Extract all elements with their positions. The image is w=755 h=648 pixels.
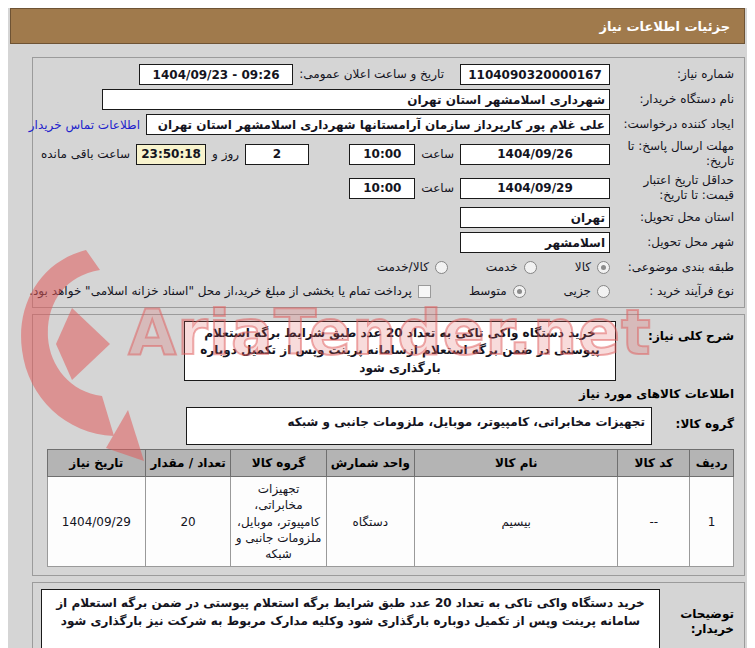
announce-datetime-field[interactable]: 1404/09/23 - 09:26 bbox=[139, 64, 293, 85]
countdown-label: ساعت باقی مانده bbox=[41, 147, 130, 162]
radio-goods-service-label: کالا/خدمت bbox=[377, 260, 429, 275]
radio-goods[interactable] bbox=[597, 261, 610, 274]
buyer-org-field[interactable]: شهرداری اسلامشهر استان تهران bbox=[102, 89, 610, 110]
cell-need-date: 1404/09/29 bbox=[48, 477, 146, 567]
goods-table: ردیف کد کالا نام کالا واحد شمارش گروه کا… bbox=[47, 449, 734, 567]
radio-partial-label: جزیی bbox=[564, 284, 591, 299]
buyer-org-label: نام دستگاه خریدار: bbox=[616, 92, 734, 107]
radio-service-label: خدمت bbox=[486, 260, 518, 275]
days-remaining-label: روز و bbox=[212, 147, 239, 162]
radio-partial[interactable] bbox=[597, 285, 610, 298]
buyer-notes-label: توضیحات خریدار: bbox=[666, 607, 734, 638]
radio-medium[interactable] bbox=[513, 285, 526, 298]
cell-group: تجهیزات مخابراتی، کامپیوتر، موبایل، ملزو… bbox=[231, 477, 326, 567]
cell-row: 1 bbox=[690, 477, 734, 567]
buyer-notes-textarea[interactable]: خرید دستگاه واکی تاکی به تعداد 20 عدد طب… bbox=[41, 589, 660, 648]
need-info-groupbox: شماره نیاز: 1104090320000167 تاریخ و ساع… bbox=[32, 57, 745, 308]
response-deadline-date-field[interactable]: 1404/09/26 bbox=[460, 144, 610, 165]
row-response-deadline: مهلت ارسال پاسخ: تا تاریخ: 1404/09/26 سا… bbox=[41, 139, 734, 169]
buyer-notes-groupbox: توضیحات خریدار: خرید دستگاه واکی تاکی به… bbox=[32, 582, 745, 648]
response-deadline-hour-label: ساعت bbox=[421, 147, 454, 162]
radio-goods-label: کالا bbox=[575, 260, 591, 275]
subject-class-label: طبقه بندی موضوعی: bbox=[616, 260, 734, 275]
page-title: جزئیات اطلاعات نیاز bbox=[10, 8, 745, 44]
col-group[interactable]: گروه کالا bbox=[231, 450, 326, 477]
price-validity-hour-label: ساعت bbox=[421, 181, 454, 196]
need-number-field[interactable]: 1104090320000167 bbox=[460, 64, 610, 85]
row-process-type: نوع فرآیند خرید : جزیی متوسط پرداخت تمام… bbox=[41, 281, 734, 301]
row-goods-group: گروه کالا: تجهیزات مخابراتی، کامپیوتر، م… bbox=[41, 407, 734, 445]
process-type-label: نوع فرآیند خرید : bbox=[616, 284, 734, 299]
response-deadline-time-field[interactable]: 10:00 bbox=[349, 144, 415, 165]
goods-group-label: گروه کالا: bbox=[658, 407, 734, 433]
col-quantity[interactable]: تعداد / مقدار bbox=[145, 450, 231, 477]
row-delivery-city: شهر محل تحویل: اسلامشهر bbox=[41, 232, 734, 253]
price-validity-label: حداقل تاریخ اعتبار قیمت: تا تاریخ: bbox=[616, 173, 734, 203]
row-buyer-org: نام دستگاه خریدار: شهرداری اسلامشهر استا… bbox=[41, 89, 734, 110]
row-subject-class: طبقه بندی موضوعی: کالا خدمت کالا/خدمت bbox=[41, 257, 734, 277]
delivery-city-label: شهر محل تحویل: bbox=[616, 235, 734, 250]
page-background: جزئیات اطلاعات نیاز شماره نیاز: 11040903… bbox=[8, 8, 747, 648]
col-need-date[interactable]: تاریخ نیاز bbox=[48, 450, 146, 477]
price-validity-date-field[interactable]: 1404/09/29 bbox=[460, 178, 610, 199]
row-request-creator: ایجاد کننده درخواست: علی غلام پور کارپرد… bbox=[41, 114, 734, 135]
goods-info-groupbox: شرح کلی نیاز: خرید دستگاه واکی تاکی به ت… bbox=[32, 314, 745, 576]
delivery-city-field[interactable]: اسلامشهر bbox=[460, 232, 610, 253]
need-description-label: شرح کلی نیاز: bbox=[622, 321, 734, 345]
countdown-timer: 23:50:18 bbox=[136, 144, 206, 165]
col-goods-code[interactable]: کد کالا bbox=[618, 450, 690, 477]
radio-medium-label: متوسط bbox=[469, 284, 507, 299]
cell-quantity: 20 bbox=[145, 477, 231, 567]
buyer-contact-link[interactable]: اطلاعات تماس خریدار bbox=[29, 118, 140, 132]
request-creator-field[interactable]: علی غلام پور کارپرداز سازمان آرامستانها … bbox=[146, 114, 610, 135]
request-creator-label: ایجاد کننده درخواست: bbox=[616, 117, 734, 132]
radio-service[interactable] bbox=[524, 261, 537, 274]
price-validity-time-field[interactable]: 10:00 bbox=[349, 178, 415, 199]
days-remaining-field: 2 bbox=[245, 144, 309, 165]
goods-group-field[interactable]: تجهیزات مخابراتی، کامپیوتر، موبایل، ملزو… bbox=[186, 407, 652, 445]
radio-goods-service[interactable] bbox=[435, 261, 448, 274]
goods-section-header: اطلاعات کالاهای مورد نیاز bbox=[41, 387, 734, 401]
response-deadline-label: مهلت ارسال پاسخ: تا تاریخ: bbox=[616, 139, 734, 169]
cell-goods-name: بیسیم bbox=[415, 477, 618, 567]
row-buyer-notes: توضیحات خریدار: خرید دستگاه واکی تاکی به… bbox=[41, 589, 734, 648]
page-title-label: جزئیات اطلاعات نیاز bbox=[599, 19, 730, 34]
col-unit[interactable]: واحد شمارش bbox=[326, 450, 415, 477]
delivery-province-label: استان محل تحویل: bbox=[616, 210, 734, 225]
need-description-textarea[interactable]: خرید دستگاه واکی تاکی به تعداد 20 عدد طب… bbox=[184, 321, 616, 381]
col-row[interactable]: ردیف bbox=[690, 450, 734, 477]
goods-table-header-row: ردیف کد کالا نام کالا واحد شمارش گروه کا… bbox=[48, 450, 734, 477]
row-delivery-province: استان محل تحویل: تهران bbox=[41, 207, 734, 228]
row-need-description: شرح کلی نیاز: خرید دستگاه واکی تاکی به ت… bbox=[41, 321, 734, 381]
need-number-label: شماره نیاز: bbox=[616, 67, 734, 82]
row-need-number: شماره نیاز: 1104090320000167 تاریخ و ساع… bbox=[41, 64, 734, 85]
delivery-province-field[interactable]: تهران bbox=[460, 207, 610, 228]
treasury-payment-checkbox[interactable] bbox=[418, 285, 431, 298]
cell-unit: دستگاه bbox=[326, 477, 415, 567]
treasury-payment-label: پرداخت تمام یا بخشی از مبلغ خرید،از محل … bbox=[29, 284, 412, 299]
table-row[interactable]: 1 -- بیسیم دستگاه تجهیزات مخابراتی، کامپ… bbox=[48, 477, 734, 567]
col-goods-name[interactable]: نام کالا bbox=[415, 450, 618, 477]
announce-datetime-label: تاریخ و ساعت اعلان عمومی: bbox=[299, 67, 444, 82]
row-price-validity: حداقل تاریخ اعتبار قیمت: تا تاریخ: 1404/… bbox=[41, 173, 734, 203]
cell-goods-code: -- bbox=[618, 477, 690, 567]
